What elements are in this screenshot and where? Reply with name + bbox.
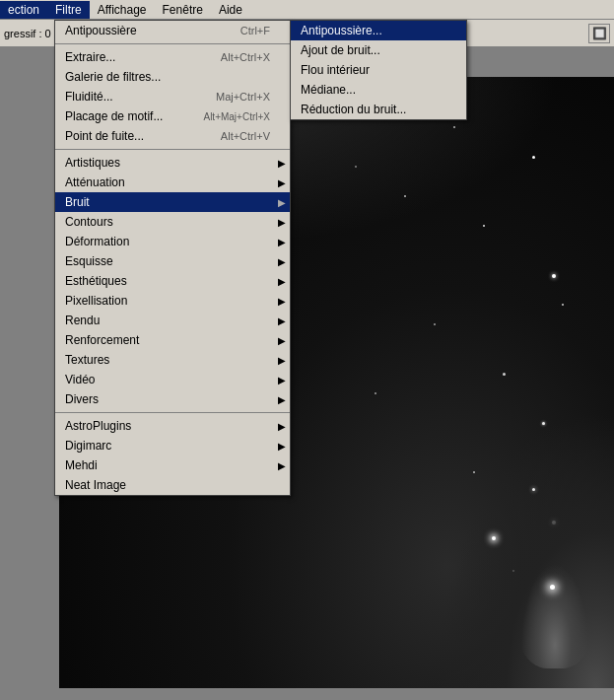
menu-esquisse[interactable]: Esquisse ▶ [55, 251, 290, 271]
menu-fluidite[interactable]: Fluidité... Maj+Ctrl+X [55, 87, 290, 106]
menu-galerie[interactable]: Galerie de filtres... [55, 67, 290, 87]
menu-selection[interactable]: ection [0, 1, 47, 19]
menu-contours[interactable]: Contours ▶ [55, 212, 290, 232]
menu-pixellisation[interactable]: Pixellisation ▶ [55, 291, 290, 311]
menu-filtre[interactable]: Filtre [47, 1, 90, 19]
menu-deformation[interactable]: Déformation ▶ [55, 232, 290, 251]
menu-fenetre[interactable]: Fenêtre [155, 1, 211, 19]
menu-attenuation[interactable]: Atténuation ▶ [55, 173, 290, 192]
filtre-dropdown: Antipoussière Ctrl+F Extraire... Alt+Ctr… [54, 20, 291, 496]
menu-neat-image[interactable]: Neat Image [55, 475, 290, 495]
menu-astroplugins[interactable]: AstroPlugins ▶ [55, 416, 290, 436]
menu-bar: ection Filtre Affichage Fenêtre Aide [0, 0, 614, 20]
menu-esthetiques[interactable]: Esthétiques ▶ [55, 271, 290, 291]
separator-3 [55, 412, 290, 413]
menu-renforcement[interactable]: Renforcement ▶ [55, 330, 290, 350]
submenu-reduction-bruit[interactable]: Réduction du bruit... [291, 100, 466, 119]
menu-extraire[interactable]: Extraire... Alt+Ctrl+X [55, 47, 290, 67]
submenu-ajout-bruit[interactable]: Ajout de bruit... [291, 40, 466, 60]
menu-digimarc[interactable]: Digimarc ▶ [55, 436, 290, 455]
menu-bruit[interactable]: Bruit ▶ [55, 192, 290, 212]
menu-placage[interactable]: Placage de motif... Alt+Maj+Ctrl+X [55, 106, 290, 126]
menu-mehdi[interactable]: Mehdi ▶ [55, 455, 290, 475]
menu-aide[interactable]: Aide [211, 1, 250, 19]
menu-video[interactable]: Vidéo ▶ [55, 370, 290, 389]
menu-point-fuite[interactable]: Point de fuite... Alt+Ctrl+V [55, 126, 290, 146]
progressif-label: gressif : 0 [4, 28, 51, 39]
menu-affichage[interactable]: Affichage [90, 1, 155, 19]
submenu-mediane[interactable]: Médiane... [291, 80, 466, 100]
menu-textures[interactable]: Textures ▶ [55, 350, 290, 370]
tool-icon[interactable]: 🔲 [588, 24, 610, 43]
submenu-antipoussiere[interactable]: Antipoussière... [291, 21, 466, 40]
menu-artistiques[interactable]: Artistiques ▶ [55, 153, 290, 173]
submenu-flou-interieur[interactable]: Flou intérieur [291, 60, 466, 80]
bruit-submenu: Antipoussière... Ajout de bruit... Flou … [290, 20, 467, 120]
menu-divers[interactable]: Divers ▶ [55, 389, 290, 409]
menu-antipoussiere[interactable]: Antipoussière Ctrl+F [55, 21, 290, 40]
separator-1 [55, 43, 290, 44]
separator-2 [55, 149, 290, 150]
menu-rendu[interactable]: Rendu ▶ [55, 311, 290, 330]
